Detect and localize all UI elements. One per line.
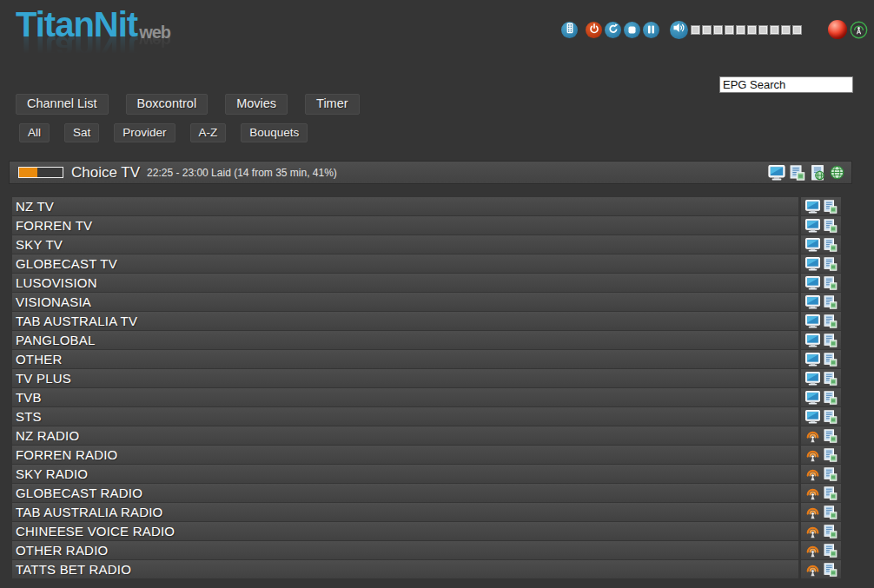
channel-name[interactable]: TVB [12,388,798,406]
tv-monitor-icon[interactable] [805,276,820,290]
channel-name[interactable]: STS [12,407,798,426]
volume-segment[interactable] [725,25,734,35]
channel-list-copy-icon[interactable] [824,200,838,214]
channel-list-copy-icon[interactable] [824,372,838,386]
channel-name[interactable]: OTHER [12,350,798,368]
volume-segment[interactable] [758,25,768,35]
tv-monitor-icon[interactable] [805,257,820,271]
channel-row: TAB AUSTRALIA RADIO [12,503,841,521]
volume-segment[interactable] [781,25,791,35]
volume-segment[interactable] [770,25,779,35]
tv-monitor-icon[interactable] [805,295,820,309]
channel-actions [801,235,841,254]
refresh-button[interactable] [605,22,621,38]
pause-button[interactable] [643,22,659,38]
nav-button-timer[interactable]: Timer [305,94,360,115]
record-ball-icon[interactable] [828,20,847,39]
channel-list-copy-icon[interactable] [824,334,838,347]
channel-list-copy-icon[interactable] [824,276,838,290]
channel-name[interactable]: TATTS BET RADIO [12,560,798,578]
mute-button[interactable] [670,21,688,39]
filter-button-sat[interactable]: Sat [64,123,99,142]
nav-button-boxcontrol[interactable]: Boxcontrol [126,94,209,115]
channel-name[interactable]: GLOBECAST RADIO [12,484,798,502]
volume-segment[interactable] [747,25,757,35]
tv-monitor-icon[interactable] [805,219,820,233]
channel-list-copy-icon[interactable] [824,295,838,309]
tv-monitor-icon[interactable] [768,165,785,181]
channel-name[interactable]: VISIONASIA [12,293,798,311]
volume-segment[interactable] [792,25,802,35]
radio-antenna-icon[interactable] [805,467,820,481]
tv-monitor-icon[interactable] [805,314,820,328]
channel-name[interactable]: NZ RADIO [12,426,798,445]
tv-monitor-icon[interactable] [805,391,820,405]
channel-list-copy-icon[interactable] [824,429,838,443]
channel-name[interactable]: NZ TV [12,197,798,215]
filter-button-a-z[interactable]: A-Z [190,123,227,142]
channel-name[interactable]: FORREN RADIO [12,446,798,464]
channel-name[interactable]: SKY TV [12,235,798,254]
channel-list-copy-icon[interactable] [790,165,805,181]
filter-button-all[interactable]: All [19,123,50,142]
filter-button-provider[interactable]: Provider [114,123,175,142]
channel-name[interactable]: GLOBECAST TV [12,254,798,273]
volume-segment[interactable] [691,25,700,35]
channel-list-copy-icon[interactable] [824,353,838,367]
channel-row: VISIONASIA [12,293,841,311]
radio-antenna-icon[interactable] [805,525,820,538]
channel-list-copy-icon[interactable] [824,219,838,233]
tv-monitor-icon[interactable] [805,238,820,252]
radio-antenna-icon[interactable] [805,429,820,443]
channel-list-copy-icon[interactable] [824,410,838,424]
channel-list-copy-icon[interactable] [824,563,838,577]
channel-name[interactable]: TAB AUSTRALIA TV [12,312,798,330]
pause-icon [647,22,655,37]
tv-monitor-icon[interactable] [805,372,820,386]
channel-name[interactable]: CHINEESE VOICE RADIO [12,522,798,540]
channel-list-copy-icon[interactable] [824,486,838,500]
channel-list-copy-icon[interactable] [824,391,838,405]
volume-segment[interactable] [702,25,712,35]
filter-button-bouquets[interactable]: Bouquets [241,123,308,142]
channel-list-copy-icon[interactable] [824,525,838,538]
channel-list-copy-icon[interactable] [824,257,838,271]
radio-antenna-icon[interactable] [805,544,820,558]
radio-antenna-icon[interactable] [805,486,820,500]
channel-name[interactable]: PANGLOBAL [12,331,798,349]
epg-document-icon[interactable] [810,165,825,181]
radio-antenna-icon[interactable] [805,448,820,462]
tv-monitor-icon[interactable] [805,353,820,367]
logo-reflection: TitanNitweb [16,31,170,66]
volume-segment[interactable] [713,25,723,35]
globe-icon[interactable] [830,165,844,180]
nav-button-movies[interactable]: Movies [225,94,288,115]
radio-antenna-icon[interactable] [805,505,820,519]
channel-list-copy-icon[interactable] [824,505,838,519]
tv-monitor-icon[interactable] [805,410,820,424]
channel-list-copy-icon[interactable] [824,544,838,558]
channel-list-copy-icon[interactable] [824,314,838,328]
channel-name[interactable]: SKY RADIO [12,465,798,483]
remote-control-button[interactable] [561,22,578,38]
antenna-stream-icon[interactable] [850,21,868,39]
channel-name[interactable]: FORREN TV [12,216,798,235]
channel-name[interactable]: TV PLUS [12,369,798,387]
stop-button[interactable] [624,22,640,38]
tv-monitor-icon[interactable] [805,200,820,214]
current-channel-name[interactable]: Choice TV [71,164,140,182]
radio-antenna-icon[interactable] [805,563,820,577]
channel-row: NZ TV [12,197,841,215]
channel-list-copy-icon[interactable] [824,467,838,481]
channel-list-copy-icon[interactable] [824,448,838,462]
power-button[interactable] [586,22,602,38]
channel-name[interactable]: OTHER RADIO [12,541,798,559]
volume-segment[interactable] [736,25,745,35]
epg-search-input[interactable] [719,76,853,93]
channel-list-copy-icon[interactable] [824,238,838,252]
tv-monitor-icon[interactable] [805,334,820,347]
channel-name[interactable]: LUSOVISION [12,274,798,292]
channel-name[interactable]: TAB AUSTRALIA RADIO [12,503,798,521]
nav-button-channel-list[interactable]: Channel List [16,94,109,115]
titannit-web-app: TitanNitweb TitanNitweb Channel ListBoxc… [0,0,874,588]
